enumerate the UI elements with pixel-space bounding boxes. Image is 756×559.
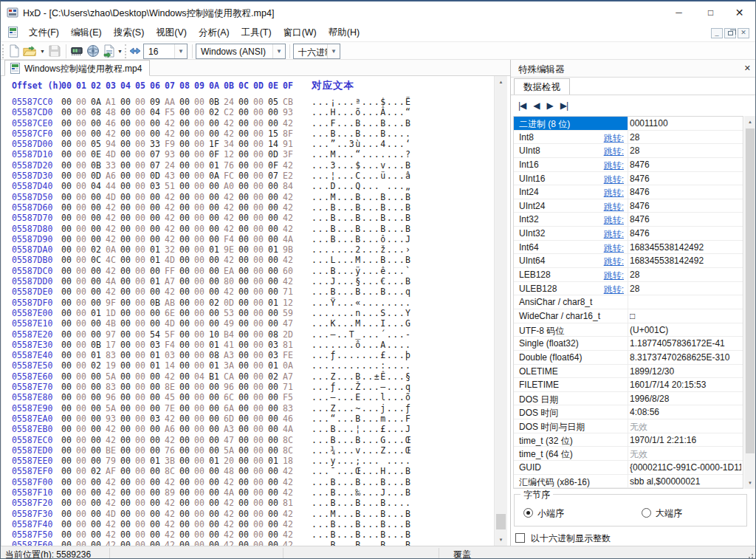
hex-byte[interactable]: 00 [118,445,133,456]
hex-byte[interactable]: AA [162,97,177,107]
hex-byte[interactable]: 00 [148,477,162,487]
hex-byte[interactable]: 89 [162,487,177,498]
hex-byte[interactable]: 00 [118,540,133,546]
hex-byte[interactable]: 42 [281,213,295,223]
hex-byte[interactable]: 00 [236,97,251,107]
hex-byte[interactable]: 42 [281,487,295,498]
hex-byte[interactable]: 00 [59,382,74,392]
hex-byte[interactable]: 00 [236,414,251,424]
hex-byte[interactable]: 00 [207,234,221,244]
hex-byte[interactable]: 47 [221,435,236,445]
resize-grip-icon[interactable] [746,552,753,558]
hex-byte[interactable]: 4C [103,255,118,265]
hex-byte[interactable]: 02 [89,244,103,255]
hex-byte[interactable]: 00 [236,487,251,498]
hex-byte[interactable]: FC [221,171,236,181]
hex-byte[interactable]: 00 [177,244,192,255]
hex-byte[interactable]: 03 [266,350,281,360]
hex-byte[interactable]: 6A [221,403,236,414]
hex-byte[interactable]: 01 [148,456,162,466]
big-endian-label[interactable]: 大端序 [656,507,682,520]
hex-byte[interactable]: 00 [207,529,221,540]
hex-byte[interactable]: 00 [236,234,251,244]
hex-byte[interactable]: 00 [148,318,162,329]
hex-byte[interactable]: 00 [266,392,281,402]
hex-byte[interactable]: 00 [118,340,133,350]
hex-byte[interactable]: 00 [251,192,266,202]
hex-byte[interactable]: 0A [103,244,118,255]
hex-byte[interactable]: 42 [281,276,295,287]
hex-byte[interactable]: 00 [59,97,74,107]
hex-byte[interactable]: 00 [192,118,207,128]
hex-byte[interactable]: 00 [251,255,266,265]
hex-int-checkbox-label[interactable]: 以十六进制显示整数 [531,532,611,545]
row-text[interactable]: ...B...B...B...B [312,202,412,213]
hex-byte[interactable]: 1D [103,308,118,318]
hex-byte[interactable]: 00 [59,128,74,139]
row-text[interactable]: ...B...B...B...q [312,287,412,297]
hex-byte[interactable]: 00 [118,139,133,149]
hex-byte[interactable]: 00 [177,487,192,498]
inspector-row[interactable]: Double (float64)8.31737470268625E-310 [514,351,743,365]
hex-byte[interactable]: 97 [103,329,118,340]
type-value[interactable]: 4:08:56 [630,407,741,417]
row-text[interactable]: ...Ÿ...«........ [312,298,412,308]
type-value[interactable]: 8476 [630,214,741,224]
hex-byte[interactable]: 00 [74,477,89,487]
hex-byte[interactable]: 01 [207,360,221,371]
hex-byte[interactable]: AF [103,466,118,476]
type-value[interactable]: {0000211C-991C-0000-1D11- [630,462,741,473]
hex-byte[interactable]: 00 [59,139,74,149]
hex-byte[interactable]: 00 [177,392,192,402]
hex-byte[interactable]: 00 [207,192,221,202]
hex-byte[interactable]: 00 [266,540,281,546]
hex-byte[interactable]: 00 [251,445,266,456]
hex-byte[interactable]: 00 [74,276,89,287]
hex-byte[interactable]: 42 [281,192,295,202]
hex-byte[interactable]: 00 [74,171,89,181]
hex-byte[interactable]: 01 [148,350,162,360]
hex-byte[interactable]: 00 [192,350,207,360]
hex-byte[interactable]: 5F [162,329,177,340]
hex-byte[interactable]: 00 [192,192,207,202]
hex-byte[interactable]: 00 [133,255,148,265]
hex-byte[interactable]: 00 [192,529,207,540]
hex-byte[interactable]: 00 [177,160,192,171]
hex-byte[interactable]: 01 [207,340,221,350]
hex-byte[interactable]: 4A [103,276,118,287]
hex-byte[interactable]: 00 [59,360,74,371]
hex-byte[interactable]: 24 [162,160,177,171]
hex-byte[interactable]: 00 [89,529,103,540]
hex-byte[interactable]: 42 [281,529,295,540]
inspector-row[interactable]: UInt24跳转:8476 [514,199,743,213]
hex-byte[interactable]: 00 [59,318,74,329]
export-dropdown-arrow[interactable]: ▼ [117,49,123,54]
hex-int-checkbox[interactable] [515,533,525,543]
hex-byte[interactable]: 00 [236,118,251,128]
hex-byte[interactable]: F4 [162,340,177,350]
inspector-row[interactable]: UTF-8 码位 (U+001C) [514,323,743,337]
inspector-row[interactable]: UInt16跳转:8476 [514,172,743,186]
hex-byte[interactable]: 00 [74,382,89,392]
hex-byte[interactable]: 00 [266,519,281,529]
hex-byte[interactable]: 00 [266,234,281,244]
hex-byte[interactable]: 00 [177,128,192,139]
mdi-minimize-button[interactable]: _ [711,28,723,38]
hex-byte[interactable]: 00 [89,202,103,213]
hex-byte[interactable]: 00 [236,456,251,466]
hex-byte[interactable]: 00 [177,424,192,434]
hex-byte[interactable]: 00 [148,213,162,223]
hex-byte[interactable]: 4D [103,192,118,202]
hex-byte[interactable]: 03 [162,350,177,360]
hex-byte[interactable]: 00 [236,128,251,139]
hex-byte[interactable]: 00 [251,456,266,466]
hex-byte[interactable]: 00 [266,403,281,414]
hex-byte[interactable]: F9 [162,139,177,149]
hex-byte[interactable]: 42 [162,529,177,540]
hex-byte[interactable]: B4 [221,329,236,340]
hex-byte[interactable]: 60 [281,266,295,276]
hex-byte[interactable]: 00 [59,234,74,244]
hex-byte[interactable]: 00 [74,392,89,402]
hex-byte[interactable]: 01 [148,360,162,371]
hex-byte[interactable]: 84 [281,181,295,191]
